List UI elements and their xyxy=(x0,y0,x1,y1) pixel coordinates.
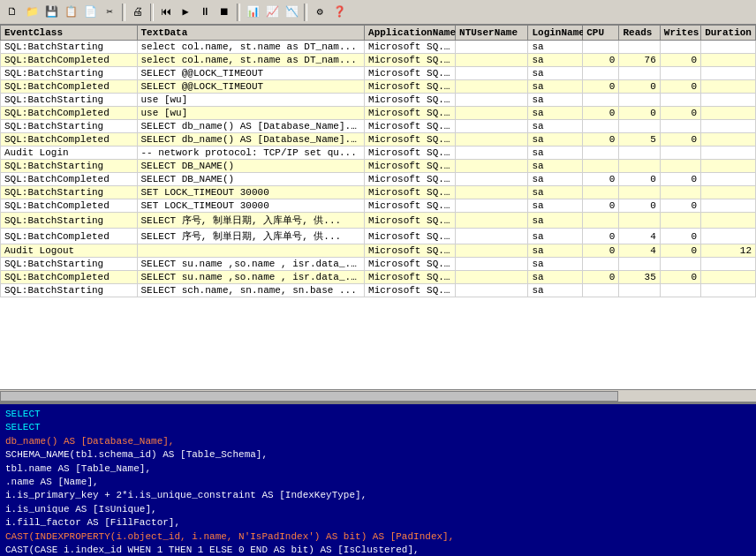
toolbar-btn-settings[interactable]: ⚙ xyxy=(311,4,329,21)
table-row[interactable]: SQL:BatchStartingSELECT sch.name, sn.nam… xyxy=(1,284,756,297)
cell-ntuser xyxy=(456,229,528,244)
cell-duration xyxy=(701,213,756,229)
cell-app: Microsoft SQ... xyxy=(365,120,456,133)
table-scroll[interactable]: EventClassTextDataApplicationNameNTUserN… xyxy=(0,25,756,389)
table-row[interactable]: SQL:BatchStartingSELECT DB_NAME()Microso… xyxy=(1,160,756,173)
code-line: i.is_primary_key + 2*i.is_unique_constra… xyxy=(5,489,751,502)
cell-event: SQL:BatchStarting xyxy=(1,94,138,107)
table-row[interactable]: SQL:BatchStartingSELECT @@LOCK_TIMEOUTMi… xyxy=(1,67,756,80)
toolbar-btn-pause[interactable]: ⏸ xyxy=(196,4,214,21)
cell-ntuser xyxy=(456,107,528,120)
code-line: SELECT xyxy=(5,408,751,421)
cell-cpu xyxy=(583,94,619,107)
cell-writes xyxy=(660,258,700,271)
cell-reads: 0 xyxy=(619,199,660,213)
cell-text: use [wu] xyxy=(137,94,365,107)
cell-cpu: 0 xyxy=(583,80,619,94)
cell-login: sa xyxy=(528,133,583,147)
toolbar-btn-rewind[interactable]: ⏮ xyxy=(157,4,175,21)
toolbar-btn-chart2[interactable]: 📈 xyxy=(263,4,281,21)
table-row[interactable]: SQL:BatchCompletedSELECT su.name ,so.nam… xyxy=(1,271,756,284)
cell-app: Microsoft SQ... xyxy=(365,173,456,186)
toolbar-btn-new[interactable]: 🗋 xyxy=(4,4,21,21)
cell-text: SELECT su.name ,so.name , isr.data_... xyxy=(137,271,365,284)
cell-text: SELECT sch.name, sn.name, sn.base ... xyxy=(137,284,365,297)
code-line: SELECT xyxy=(5,421,751,434)
toolbar-btn-save[interactable]: 💾 xyxy=(42,4,60,21)
toolbar-btn-chart1[interactable]: 📊 xyxy=(244,4,261,21)
cell-reads: 35 xyxy=(619,271,660,284)
cell-duration xyxy=(701,94,756,107)
table-row[interactable]: SQL:BatchStartinguse [wu]Microsoft SQ...… xyxy=(1,94,756,107)
table-row[interactable]: SQL:BatchStartingSELECT 序号, 制単日期, 入库单号, … xyxy=(1,213,756,229)
cell-event: SQL:BatchStarting xyxy=(1,67,138,80)
toolbar-btn-paste[interactable]: 📄 xyxy=(81,4,99,21)
cell-writes: 0 xyxy=(660,244,700,258)
table-row[interactable]: SQL:BatchCompletedselect col.name, st.na… xyxy=(1,54,756,67)
table-row[interactable]: SQL:BatchStartingSELECT su.name ,so.name… xyxy=(1,258,756,271)
main-container: EventClassTextDataApplicationNameNTUserN… xyxy=(0,25,756,556)
cell-reads xyxy=(619,213,660,229)
cell-writes: 0 xyxy=(660,199,700,213)
cell-cpu xyxy=(583,213,619,229)
column-header-duration[interactable]: Duration xyxy=(701,26,756,41)
column-header-app[interactable]: ApplicationName xyxy=(365,26,456,41)
cell-reads: 4 xyxy=(619,229,660,244)
code-area[interactable]: SELECTSELECTdb_name() AS [Database_Name]… xyxy=(0,404,756,556)
scrollbar-thumb[interactable] xyxy=(0,391,618,402)
toolbar-btn-open[interactable]: 📁 xyxy=(23,4,41,21)
cell-reads: 5 xyxy=(619,133,660,147)
cell-event: SQL:BatchStarting xyxy=(1,120,138,133)
table-row[interactable]: SQL:BatchCompletedSELECT 序号, 制単日期, 入库单号,… xyxy=(1,229,756,244)
toolbar-btn-copy[interactable]: 📋 xyxy=(62,4,79,21)
cell-ntuser xyxy=(456,41,528,54)
table-row[interactable]: SQL:BatchCompleteduse [wu]Microsoft SQ..… xyxy=(1,107,756,120)
cell-event: SQL:BatchStarting xyxy=(1,213,138,229)
column-header-ntuser[interactable]: NTUserName xyxy=(456,26,528,41)
cell-ntuser xyxy=(456,244,528,258)
toolbar-btn-stop[interactable]: ⏹ xyxy=(215,4,233,21)
cell-ntuser xyxy=(456,160,528,173)
cell-app: Microsoft SQ... xyxy=(365,147,456,160)
cell-reads xyxy=(619,120,660,133)
table-row[interactable]: SQL:BatchStartingSET LOCK_TIMEOUT 30000M… xyxy=(1,186,756,199)
grid-area: EventClassTextDataApplicationNameNTUserN… xyxy=(0,25,756,404)
toolbar-btn-help[interactable]: ❓ xyxy=(330,4,348,21)
toolbar-btn-print[interactable]: 🖨 xyxy=(129,4,147,21)
table-row[interactable]: SQL:BatchCompletedSELECT DB_NAME()Micros… xyxy=(1,173,756,186)
toolbar-btn-chart3[interactable]: 📉 xyxy=(283,4,300,21)
table-row[interactable]: SQL:BatchStartingSELECT db_name() AS [Da… xyxy=(1,120,756,133)
cell-app: Microsoft SQ... xyxy=(365,199,456,213)
cell-reads xyxy=(619,186,660,199)
table-row[interactable]: SQL:BatchCompletedSET LOCK_TIMEOUT 30000… xyxy=(1,199,756,213)
column-header-reads[interactable]: Reads xyxy=(619,26,660,41)
column-header-text[interactable]: TextData xyxy=(137,26,365,41)
toolbar-separator-1 xyxy=(122,4,125,21)
column-header-cpu[interactable]: CPU xyxy=(583,26,619,41)
cell-writes xyxy=(660,120,700,133)
cell-app: Microsoft SQ... xyxy=(365,160,456,173)
table-row[interactable]: SQL:BatchCompletedSELECT db_name() AS [D… xyxy=(1,133,756,147)
cell-text: SELECT @@LOCK_TIMEOUT xyxy=(137,80,365,94)
column-header-login[interactable]: LoginName xyxy=(528,26,583,41)
cell-app: Microsoft SQ... xyxy=(365,229,456,244)
table-row[interactable]: SQL:BatchCompletedSELECT @@LOCK_TIMEOUTM… xyxy=(1,80,756,94)
toolbar-btn-play[interactable]: ▶ xyxy=(177,4,194,21)
toolbar-btn-cut[interactable]: ✂ xyxy=(101,4,118,21)
column-header-writes[interactable]: Writes xyxy=(660,26,700,41)
column-header-event[interactable]: EventClass xyxy=(1,26,138,41)
cell-app: Microsoft SQ... xyxy=(365,133,456,147)
table-row[interactable]: Audit Login-- network protocol: TCP/IP s… xyxy=(1,147,756,160)
table-header-row: EventClassTextDataApplicationNameNTUserN… xyxy=(1,26,756,41)
horizontal-scrollbar[interactable] xyxy=(0,389,756,402)
cell-event: Audit Logout xyxy=(1,244,138,258)
cell-ntuser xyxy=(456,213,528,229)
table-row[interactable]: Audit LogoutMicrosoft SQ...sa04012 xyxy=(1,244,756,258)
table-row[interactable]: SQL:BatchStartingselect col.name, st.nam… xyxy=(1,41,756,54)
cell-cpu xyxy=(583,186,619,199)
cell-writes xyxy=(660,186,700,199)
cell-ntuser xyxy=(456,173,528,186)
cell-duration xyxy=(701,186,756,199)
cell-writes: 0 xyxy=(660,80,700,94)
cell-writes: 0 xyxy=(660,229,700,244)
